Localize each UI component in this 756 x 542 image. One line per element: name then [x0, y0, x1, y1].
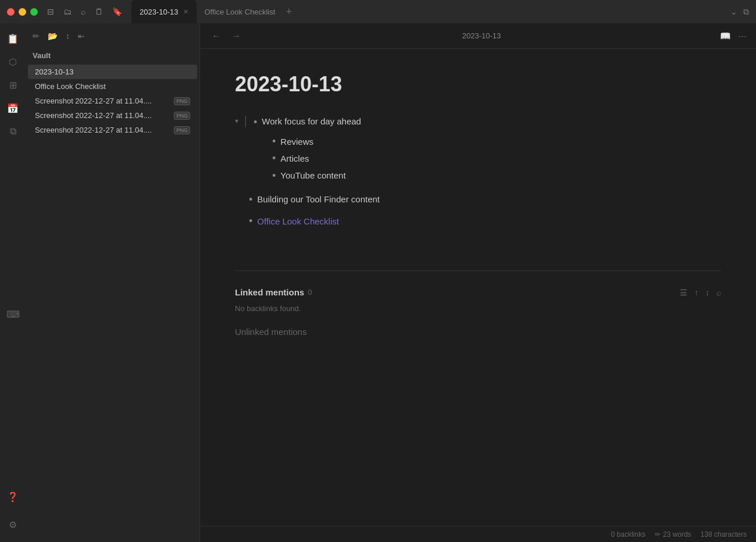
png-badge: PNG — [174, 126, 190, 134]
sub-bullet-label-youtube: YouTube content — [280, 169, 345, 183]
bullet-dot-youtube: • — [272, 169, 276, 183]
sub-bullet-articles: • Articles — [272, 151, 721, 166]
file-icon[interactable]: 🗂 — [63, 7, 72, 16]
calendar-icon[interactable]: 📅 — [2, 98, 23, 119]
tabs: 2023-10-13 ✕ Office Look Checklist + — [131, 0, 726, 23]
backlinks-status: 0 backlinks — [611, 530, 646, 539]
forward-button[interactable]: → — [229, 28, 243, 44]
linked-mentions-header: Linked mentions 0 ☰ ↑ ↕ ⌕ — [235, 283, 721, 297]
explorer-icon[interactable]: 📋 — [2, 28, 23, 49]
bullet-tool-finder: • Building our Tool Finder content — [249, 192, 721, 207]
work-focus-text: Work focus for day ahead — [262, 115, 361, 129]
mentions-tools: ☰ ↑ ↕ ⌕ — [680, 288, 721, 297]
sidebar-item-office-look[interactable]: Office Look Checklist — [28, 79, 197, 94]
sidebar-item-label: Office Look Checklist — [35, 82, 190, 91]
editor-content: 2023-10-13 ▾ │ • Work focus for day ahea… — [200, 49, 756, 259]
bullet-parent-work-focus: ▾ │ • Work focus for day ahead — [235, 115, 721, 130]
sidebar-toggle-icon[interactable]: ⊟ — [47, 7, 54, 16]
editor-toolbar: ← → 2023-10-13 📖 ⋯ — [200, 23, 756, 49]
back-button[interactable]: ← — [209, 28, 223, 44]
tab-office-look-checklist[interactable]: Office Look Checklist — [197, 0, 284, 23]
minimize-button[interactable] — [19, 8, 26, 16]
sidebar: ✏ 📂 ↕ ⇤ Vault 2023-10-13 Office Look Che… — [26, 23, 200, 542]
sub-bullet-youtube: • YouTube content — [272, 169, 721, 183]
graph-icon[interactable]: ⬡ — [2, 51, 23, 72]
tab-2023-10-13[interactable]: 2023-10-13 ✕ — [131, 0, 197, 23]
png-badge: PNG — [174, 97, 190, 105]
bullet-office-checklist: • Office Look Checklist — [249, 214, 721, 229]
new-note-icon[interactable]: 🗒 — [95, 7, 103, 16]
bookmark-icon[interactable]: 🔖 — [112, 7, 122, 16]
chevron-down-icon[interactable]: ⌄ — [730, 7, 737, 16]
characters-status: 138 characters — [701, 530, 747, 539]
grid-icon[interactable]: ⊞ — [2, 74, 23, 95]
sidebar-toolbar: ✏ 📂 ↕ ⇤ — [26, 23, 199, 49]
doc-title: 2023-10-13 — [235, 72, 721, 97]
editor-area: ← → 2023-10-13 📖 ⋯ 2023-10-13 ▾ │ • Work… — [200, 23, 756, 542]
sidebar-item-label: Screenshot 2022-12-27 at 11.04.... — [35, 111, 170, 120]
read-mode-icon[interactable]: 📖 — [720, 31, 731, 41]
bullet-section-work-focus: ▾ │ • Work focus for day ahead • Reviews… — [235, 115, 721, 183]
bullet-dot-reviews: • — [272, 134, 276, 149]
bullet-dot-tool-finder: • — [249, 192, 252, 207]
sidebar-item-label: 2023-10-13 — [35, 67, 190, 76]
terminal-icon[interactable]: ⌨ — [2, 304, 23, 325]
png-badge: PNG — [174, 112, 190, 120]
pipe-char: │ — [243, 116, 249, 127]
sub-bullet-label-articles: Articles — [280, 152, 309, 166]
word-count: 23 words — [663, 530, 691, 539]
tab-add-button[interactable]: + — [286, 6, 292, 18]
content-divider — [235, 270, 721, 271]
linked-mentions-title: Linked mentions — [235, 287, 304, 297]
words-status: ✏ 23 words — [655, 530, 691, 539]
tab1-label: 2023-10-13 — [140, 8, 179, 16]
sort-name-icon[interactable]: ↕ — [705, 288, 709, 297]
tool-finder-text: Building our Tool Finder content — [257, 193, 380, 206]
titlebar-file-icons: ⊟ 🗂 ⌕ 🗒 🔖 — [47, 7, 122, 16]
unlinked-mentions-title[interactable]: Unlinked mentions — [235, 327, 721, 337]
more-options-icon[interactable]: ⋯ — [738, 31, 747, 41]
new-folder-icon[interactable]: 📂 — [48, 31, 58, 41]
bullet-dot: • — [254, 115, 257, 130]
icon-rail: 📋 ⬡ ⊞ 📅 ⧉ ⌨ ❓ ⚙ — [0, 23, 26, 542]
collapse-all-icon[interactable]: ⇤ — [78, 31, 85, 41]
mentions-count: 0 — [308, 288, 312, 297]
sidebar-item-screenshot2[interactable]: Screenshot 2022-12-27 at 11.04.... PNG — [28, 108, 197, 123]
sort-icon[interactable]: ↕ — [66, 31, 70, 41]
search-mentions-icon[interactable]: ⌕ — [716, 288, 721, 297]
sidebar-item-screenshot1[interactable]: Screenshot 2022-12-27 at 11.04.... PNG — [28, 94, 197, 108]
sort-asc-icon[interactable]: ↑ — [694, 288, 698, 297]
editor-scroll[interactable]: 2023-10-13 ▾ │ • Work focus for day ahea… — [200, 49, 756, 526]
tab1-close[interactable]: ✕ — [183, 9, 188, 15]
linked-mentions-section: Linked mentions 0 ☰ ↑ ↕ ⌕ No backlinks f… — [200, 270, 756, 354]
vault-label: Vault — [26, 49, 199, 65]
titlebar: ⊟ 🗂 ⌕ 🗒 🔖 2023-10-13 ✕ Office Look Check… — [0, 0, 756, 23]
titlebar-right: ⌄ ⧉ — [730, 7, 749, 17]
new-note-toolbar-icon[interactable]: ✏ — [33, 31, 40, 41]
sub-bullets: • Reviews • Articles • YouTube content — [272, 134, 721, 183]
search-titlebar-icon[interactable]: ⌕ — [81, 7, 85, 16]
collapse-arrow-icon[interactable]: ▾ — [235, 117, 238, 125]
tab2-label: Office Look Checklist — [205, 8, 276, 16]
char-count: 138 characters — [701, 530, 747, 539]
sidebar-item-label: Screenshot 2022-12-27 at 11.04.... — [35, 126, 170, 134]
office-checklist-link[interactable]: Office Look Checklist — [257, 216, 339, 226]
list-view-icon[interactable]: ☰ — [680, 288, 687, 297]
sidebar-item-2023-10-13[interactable]: 2023-10-13 — [28, 65, 197, 79]
help-icon[interactable]: ❓ — [2, 486, 23, 507]
editor-center-title: 2023-10-13 — [249, 31, 714, 40]
split-editor-icon[interactable]: ⧉ — [743, 7, 749, 17]
close-button[interactable] — [7, 8, 15, 16]
editor-toolbar-right: 📖 ⋯ — [720, 31, 747, 41]
fullscreen-button[interactable] — [30, 8, 38, 16]
layers-icon[interactable]: ⧉ — [2, 121, 23, 142]
settings-icon[interactable]: ⚙ — [2, 514, 23, 535]
edit-icon: ✏ — [655, 530, 661, 539]
sidebar-item-screenshot3[interactable]: Screenshot 2022-12-27 at 11.04.... PNG — [28, 123, 197, 137]
main-layout: 📋 ⬡ ⊞ 📅 ⧉ ⌨ ❓ ⚙ ✏ 📂 ↕ ⇤ Vault 2023-10-13… — [0, 23, 756, 542]
no-backlinks-text: No backlinks found. — [235, 304, 721, 313]
status-bar: 0 backlinks ✏ 23 words 138 characters — [200, 526, 756, 542]
sidebar-item-label: Screenshot 2022-12-27 at 11.04.... — [35, 97, 170, 105]
backlinks-count: 0 backlinks — [611, 530, 646, 539]
traffic-lights — [7, 8, 38, 16]
